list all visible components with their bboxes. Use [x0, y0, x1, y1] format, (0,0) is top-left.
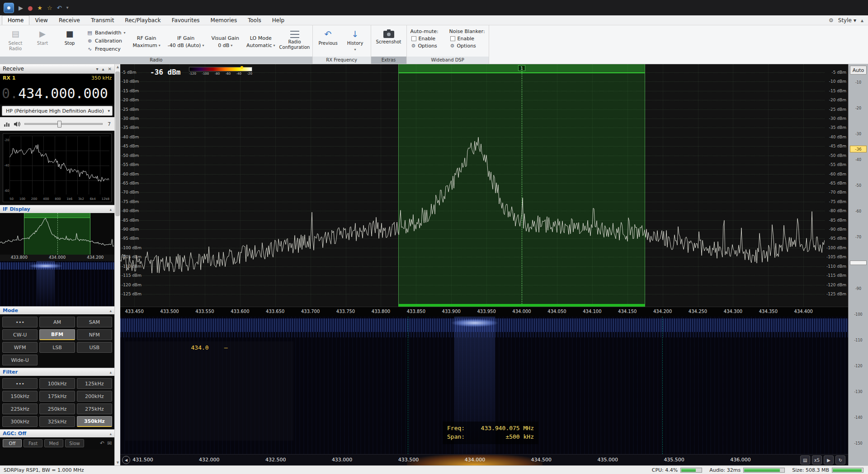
collapse-icon[interactable]: ▴	[109, 308, 112, 313]
frequency-button[interactable]: ∿ Frequency	[85, 46, 127, 52]
mode-wideu[interactable]: Wide-U	[2, 355, 38, 365]
panel-close-icon[interactable]: ✕	[108, 66, 112, 71]
panel-pin-icon[interactable]: ▴	[102, 66, 104, 71]
mode-nfm[interactable]: NFM	[77, 329, 112, 340]
mini-waterfall[interactable]	[0, 261, 114, 306]
frequency-display[interactable]: 0.434.000.000	[0, 82, 114, 104]
agc-header[interactable]: AGC: Off ▴	[0, 429, 114, 437]
collapse-icon[interactable]: ▴	[109, 431, 112, 436]
filter-275khz[interactable]: 275kHz	[77, 403, 112, 414]
mode-wfm[interactable]: WFM	[2, 342, 38, 353]
filter-header[interactable]: Filter ▴	[0, 368, 114, 376]
app-logo[interactable]	[4, 3, 14, 13]
resume-button[interactable]: ↻	[835, 455, 845, 465]
agc-fast[interactable]: Fast	[24, 439, 42, 447]
filter-200khz[interactable]: 200kHz	[77, 391, 112, 402]
automute-enable-checkbox[interactable]	[411, 36, 416, 41]
mode-[interactable]: •••	[2, 317, 38, 327]
pin-ribbon-icon[interactable]: ▴	[861, 17, 863, 24]
favourite-icon[interactable]: ★	[37, 5, 42, 11]
menu-tab-help[interactable]: Help	[267, 15, 290, 25]
menu-tab-memories[interactable]: Memories	[205, 15, 243, 25]
scroll-thumb[interactable]	[115, 71, 120, 216]
customize-toolbar-icon[interactable]: ▾	[66, 5, 69, 10]
if-gain-button[interactable]: IF Gain -40 dB (Auto)▾	[166, 28, 206, 56]
audio-spectrum-icon[interactable]	[4, 121, 10, 127]
automute-options[interactable]: ⚙ Options	[410, 43, 446, 49]
stop-button[interactable]: ■ Stop	[58, 28, 81, 56]
select-radio-button[interactable]: ▤ SelectRadio	[4, 28, 27, 56]
automute-enable[interactable]: Enable	[410, 36, 446, 42]
favourite-add-icon[interactable]: ☆	[47, 5, 52, 11]
mode-usb[interactable]: USB	[77, 342, 112, 353]
mode-cwu[interactable]: CW-U	[2, 329, 38, 340]
contrast-handle-low[interactable]	[850, 261, 867, 265]
visual-gain-button[interactable]: Visual Gain 0 dB▾	[209, 28, 241, 56]
waterfall-contrast-strip[interactable]: Auto -10-20-30-40-50-60-70-80-90-100-110…	[848, 64, 868, 465]
filter-250khz[interactable]: 250kHz	[39, 403, 75, 414]
previous-button[interactable]: ↶ Previous	[316, 28, 340, 56]
if-spectrum[interactable]	[0, 213, 114, 255]
menu-tab-transmit[interactable]: Transmit	[85, 15, 119, 25]
rf-gain-button[interactable]: RF Gain Maximum▾	[131, 28, 162, 56]
undo-icon[interactable]: ↶	[100, 440, 104, 446]
mode-lsb[interactable]: LSB	[39, 342, 75, 353]
noise-blanker-options[interactable]: ⚙ Options	[449, 43, 485, 49]
bandwidth-button[interactable]: ▤ Bandwidth ▾	[85, 29, 127, 36]
history-button[interactable]: ↓ History ▾	[344, 28, 367, 56]
radio-configuration-button[interactable]: RadioConfiguration	[281, 28, 309, 56]
menu-tab-home[interactable]: Home	[2, 15, 29, 25]
start-button[interactable]: ▶ Start	[31, 28, 54, 56]
lo-mode-button[interactable]: LO Mode Automatic▾	[245, 28, 277, 56]
panel-menu-icon[interactable]: ▾	[96, 66, 99, 71]
filter-125khz[interactable]: 125kHz	[77, 378, 112, 389]
filter-350khz[interactable]: 350kHz	[77, 416, 112, 427]
sidebar-scrollbar[interactable]: ▲ ▼	[114, 64, 120, 465]
menu-tab-receive[interactable]: Receive	[53, 15, 85, 25]
passband-selection[interactable]: 1	[398, 64, 645, 307]
spectrum-plot[interactable]: 1 -5 dBm-10 dBm-15 dBm-20 dBm-25 dBm-30 …	[120, 64, 825, 307]
scroll-right-button[interactable]: ▶	[824, 455, 834, 465]
waterfall-display[interactable]: 434.0 – Freq: 433.940.075 MHz Span: ±500…	[120, 317, 848, 454]
scroll-left-button[interactable]: ◀	[122, 456, 130, 464]
filter-100khz[interactable]: 100kHz	[39, 378, 75, 389]
receive-panel-header[interactable]: Receive ▾ ▴ ✕	[0, 64, 114, 74]
style-selector[interactable]: Style ▾	[838, 17, 856, 24]
filter-175khz[interactable]: 175kHz	[39, 391, 75, 402]
zoom-button[interactable]: x5	[812, 455, 822, 465]
calibration-button[interactable]: ⊕ Calibration	[85, 38, 127, 44]
collapse-icon[interactable]: ▴	[109, 370, 112, 374]
theme-icon[interactable]: ⚙	[829, 17, 834, 24]
marker-1[interactable]: 1	[518, 65, 525, 71]
contrast-handle-high[interactable]: -36	[850, 146, 867, 152]
filter-300khz[interactable]: 300kHz	[2, 416, 38, 427]
screenshot-button[interactable]: Screenshot	[375, 28, 403, 56]
play-icon[interactable]: ▶	[19, 5, 23, 11]
agc-off[interactable]: Off	[3, 439, 22, 447]
filter-325khz[interactable]: 325kHz	[39, 416, 75, 427]
agc-slow[interactable]: Slow	[65, 439, 84, 447]
mode-header[interactable]: Mode ▴	[0, 306, 114, 314]
filter-225khz[interactable]: 225kHz	[2, 403, 38, 414]
agc-med[interactable]: Med	[44, 439, 63, 447]
noise-blanker-enable[interactable]: Enable	[449, 36, 485, 42]
menu-tab-rec-playback[interactable]: Rec/Playback	[119, 15, 166, 25]
mode-bfm[interactable]: BFM	[39, 329, 75, 340]
mode-am[interactable]: AM	[39, 317, 75, 327]
noise-blanker-enable-checkbox[interactable]	[450, 36, 455, 41]
collapse-icon[interactable]: ▴	[109, 207, 112, 212]
menu-tab-view[interactable]: View	[29, 15, 53, 25]
filter-[interactable]: •••	[2, 378, 38, 389]
volume-slider[interactable]	[24, 123, 103, 125]
if-display-header[interactable]: IF Display ▴	[0, 205, 114, 213]
mode-sam[interactable]: SAM	[77, 317, 112, 327]
menu-tab-favourites[interactable]: Favourites	[166, 15, 205, 25]
filter-150khz[interactable]: 150kHz	[2, 391, 38, 402]
frequency-ruler[interactable]: 433.450433.500433.550433.600433.650433.7…	[120, 307, 848, 317]
keyboard-button[interactable]: ▤	[800, 455, 810, 465]
mail-icon[interactable]: ✉	[107, 440, 112, 446]
volume-thumb[interactable]	[57, 121, 61, 128]
waterfall-scale[interactable]: ◀ 431.500432.000432.500433.000433.500434…	[120, 454, 848, 465]
audio-device-select[interactable]: HP (Périphérique High Definition Audio) …	[2, 106, 113, 116]
menu-tab-tools[interactable]: Tools	[242, 15, 267, 25]
